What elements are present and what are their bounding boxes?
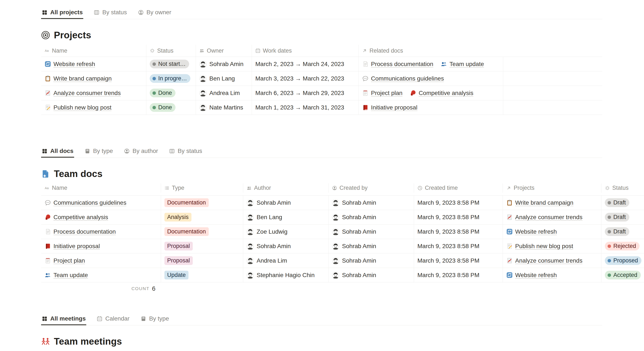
created-time[interactable]: March 9, 2023 8:58 PM (418, 257, 480, 264)
person-chip[interactable]: Sohrab Amin (332, 257, 376, 264)
status-label: Draft (613, 199, 626, 206)
column-header-created-by[interactable]: Created by (328, 184, 414, 193)
status-burst-icon (150, 48, 155, 53)
page-link[interactable]: Project plan (44, 257, 85, 264)
work-dates[interactable]: March 2, 2023 → March 24, 2023 (255, 61, 344, 68)
status-pill[interactable]: Done (150, 103, 176, 112)
person-chip[interactable]: Andrea Lim (199, 90, 240, 97)
column-header-label: Projects (514, 185, 534, 191)
column-header-work-dates[interactable]: Work dates (252, 45, 359, 57)
page-link[interactable]: Write brand campaign (44, 75, 112, 82)
person-chip[interactable]: Sohrab Amin (332, 228, 376, 235)
table-cell: Ben Lang (196, 71, 252, 86)
page-link[interactable]: Team update (44, 272, 88, 278)
relation-link[interactable]: Website refresh (506, 228, 557, 235)
column-header-name[interactable]: AaName (41, 184, 161, 193)
relation-link[interactable]: Analyze consumer trends (506, 257, 582, 264)
person-chip[interactable]: Zoe Ludwig (246, 228, 288, 235)
status-pill[interactable]: Not start… (150, 60, 189, 68)
created-time[interactable]: March 9, 2023 8:58 PM (418, 199, 480, 206)
relation-link[interactable]: Initiative proposal (362, 104, 418, 111)
person-chip[interactable]: Sohrab Amin (332, 242, 376, 250)
relation-link[interactable]: Analyze consumer trends (506, 214, 582, 221)
type-tag[interactable]: Proposal (164, 256, 193, 265)
type-tag[interactable]: Analysis (164, 213, 192, 222)
column-header-related-docs[interactable]: Related docs (359, 45, 503, 57)
created-time[interactable]: March 9, 2023 8:58 PM (418, 228, 480, 235)
relation-link[interactable]: Competitive analysis (410, 90, 474, 96)
status-pill[interactable]: Draft (605, 198, 629, 207)
relation-link[interactable]: Process documentation (362, 61, 434, 68)
link-label: Write brand campaign (54, 75, 112, 82)
column-header-created-time[interactable]: Created time (414, 184, 503, 193)
column-header-owner[interactable]: Owner (196, 45, 252, 57)
page-link[interactable]: Analyze consumer trends (44, 90, 121, 96)
table-cell: Sohrab Amin (196, 57, 252, 71)
meetings-db-title[interactable]: Team meetings (54, 336, 122, 347)
glove-icon (410, 90, 416, 96)
created-time[interactable]: March 9, 2023 8:58 PM (418, 272, 480, 278)
person-chip[interactable]: Sohrab Amin (332, 272, 376, 279)
book-icon (362, 104, 369, 111)
tab-by-status[interactable]: By status (93, 7, 127, 19)
tab-by-owner[interactable]: By owner (137, 7, 172, 19)
relation-link[interactable]: Team update (440, 61, 484, 68)
relation-link[interactable]: Write brand campaign (506, 199, 573, 206)
projects-db-title[interactable]: Projects (54, 30, 91, 40)
person-chip[interactable]: Stephanie Hagio Chin (246, 272, 314, 279)
table-cell: March 1, 2023 → March 31, 2023 (252, 100, 359, 114)
status-pill[interactable]: Draft (605, 227, 629, 236)
status-pill[interactable]: In progre… (150, 74, 190, 83)
page-link[interactable]: Process documentation (44, 228, 116, 235)
page-link[interactable]: Initiative proposal (44, 243, 100, 250)
tab-calendar[interactable]: Calendar (96, 314, 130, 325)
status-pill[interactable]: Proposed (605, 256, 642, 265)
column-header-type[interactable]: Type (161, 184, 243, 193)
page-link[interactable]: Publish new blog post (44, 104, 112, 111)
table-cell: Done (146, 100, 196, 114)
person-chip[interactable]: Andrea Lim (246, 257, 287, 264)
tab-all-meetings[interactable]: All meetings (41, 314, 86, 325)
person-chip[interactable]: Sohrab Amin (199, 60, 244, 68)
column-header-projects[interactable]: Projects (503, 184, 602, 193)
tab-all-docs[interactable]: All docs (41, 146, 74, 158)
tab-by-author[interactable]: By author (123, 146, 159, 158)
column-header-status[interactable]: Status (602, 184, 644, 193)
created-time[interactable]: March 9, 2023 8:58 PM (418, 214, 480, 221)
type-tag[interactable]: Update (164, 271, 188, 280)
relation-link[interactable]: Communications guidelines (362, 75, 444, 82)
column-header-status[interactable]: Status (146, 45, 196, 57)
column-header-author[interactable]: Author (243, 184, 328, 193)
tab-by-type[interactable]: By type (140, 314, 170, 325)
person-chip[interactable]: Sohrab Amin (332, 199, 376, 206)
docs-db-title[interactable]: Team docs (54, 168, 102, 179)
type-tag[interactable]: Documentation (164, 227, 209, 236)
status-pill[interactable]: Accepted (605, 271, 641, 280)
relation-link[interactable]: Publish new blog post (506, 243, 573, 250)
status-pill[interactable]: Draft (605, 213, 629, 222)
column-header-name[interactable]: AaName (41, 45, 146, 57)
relation-link[interactable]: Project plan (362, 90, 402, 96)
tab-by-type[interactable]: By type (84, 146, 114, 158)
page-link[interactable]: Website refresh (44, 61, 95, 68)
created-time[interactable]: March 9, 2023 8:58 PM (418, 243, 480, 250)
work-dates[interactable]: March 1, 2023 → March 31, 2023 (255, 104, 344, 111)
status-pill[interactable]: Rejected (605, 242, 640, 250)
tab-by-status[interactable]: By status (168, 146, 203, 158)
page-link[interactable]: Competitive analysis (44, 214, 108, 221)
table-row: Communications guidelinesDocumentationSo… (41, 196, 644, 210)
work-dates[interactable]: March 6, 2023 → March 29, 2023 (255, 90, 344, 96)
person-chip[interactable]: Sohrab Amin (246, 199, 291, 206)
type-tag[interactable]: Proposal (164, 242, 193, 250)
status-pill[interactable]: Done (150, 88, 176, 97)
work-dates[interactable]: March 3, 2023 → March 22, 2023 (255, 75, 344, 82)
relation-link[interactable]: Website refresh (506, 272, 557, 278)
type-tag[interactable]: Documentation (164, 198, 209, 207)
page-link[interactable]: Communications guidelines (44, 199, 126, 206)
person-chip[interactable]: Sohrab Amin (332, 214, 376, 221)
tab-all-projects[interactable]: All projects (41, 7, 83, 19)
person-chip[interactable]: Nate Martins (199, 104, 243, 111)
person-chip[interactable]: Sohrab Amin (246, 242, 291, 250)
person-chip[interactable]: Ben Lang (246, 214, 282, 221)
person-chip[interactable]: Ben Lang (199, 75, 235, 82)
